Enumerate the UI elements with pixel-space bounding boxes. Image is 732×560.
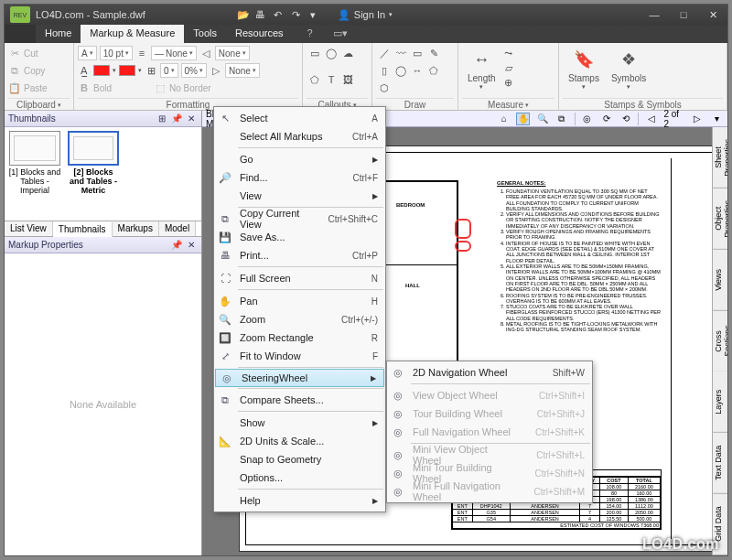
draw-poly2-icon[interactable]: ⬡ — [378, 82, 391, 95]
menu-item-snap-to-geometry[interactable]: Snap to Geometry — [214, 450, 385, 468]
sidetab-views[interactable]: Views — [712, 250, 727, 311]
thumbnail-1[interactable]: [1] Blocks and Tables - Imperial — [8, 131, 61, 217]
thumb-toggle-icon[interactable]: ⊞ — [156, 113, 168, 125]
tab-thumbnails[interactable]: Thumbnails — [53, 222, 113, 237]
menu-item-zoom[interactable]: 🔍ZoomCtrl+(+/-) — [214, 310, 385, 328]
sidetab-text-data[interactable]: Text Data — [712, 433, 727, 494]
sidetab-sheet-properties[interactable]: Sheet Properties — [712, 127, 727, 188]
callout-poly-icon[interactable]: ⬠ — [308, 73, 321, 86]
mp-pin-icon[interactable]: 📌 — [170, 239, 183, 252]
measure-count-icon[interactable]: ⊕ — [502, 76, 515, 89]
draw-ellipse-icon[interactable]: ◯ — [394, 64, 407, 77]
draw-shape-icon[interactable]: ⬠ — [427, 64, 440, 77]
tab-tools[interactable]: Tools — [184, 25, 226, 43]
font-family-dropdown[interactable]: A▾ — [78, 46, 97, 60]
tab-markups[interactable]: Markups — [113, 221, 159, 236]
menu-item-help[interactable]: Help▶ — [214, 491, 385, 510]
thumb-close-icon[interactable]: ✕ — [185, 113, 198, 125]
thumb-pin-icon[interactable]: 📌 — [170, 113, 183, 125]
menu-item-view[interactable]: View▶ — [214, 187, 385, 205]
menu-item-select[interactable]: ↖SelectA — [214, 109, 385, 127]
draw-dim-icon[interactable]: ↔ — [411, 64, 424, 77]
menu-item-compare-sheets-[interactable]: ⧉Compare Sheets... — [214, 391, 385, 409]
pan-tool-icon[interactable]: ✋ — [516, 113, 530, 125]
zoomrect-tool-icon[interactable]: ⧉ — [554, 113, 568, 125]
tab-home[interactable]: Home — [36, 25, 81, 43]
thumbnail-2[interactable]: [2] Blocks and Tables - Metric — [67, 131, 120, 217]
rotate-tool-icon[interactable]: ⟳ — [599, 113, 613, 125]
qat-redo-icon[interactable]: ↷ — [292, 9, 303, 20]
sidetab-object-properties[interactable]: Object Properties — [712, 188, 727, 250]
menu-item-2d-units-scale-[interactable]: 📐2D Units & Scale... — [214, 432, 385, 450]
stamps-button[interactable]: 🔖 Stamps▾ — [563, 45, 605, 98]
red-markup-2[interactable] — [455, 241, 471, 252]
start-arrow-dropdown[interactable]: None▾ — [215, 46, 250, 60]
length-button[interactable]: ↔ Length ▾ — [462, 45, 501, 92]
tab-listview[interactable]: List View — [5, 221, 53, 236]
prev-page-icon[interactable]: ◁ — [644, 113, 658, 125]
menu-item-zoom-rectangle[interactable]: 🔲Zoom RectangleR — [214, 328, 385, 347]
close-button[interactable]: ✕ — [698, 9, 727, 21]
thumbnails-list: [1] Blocks and Tables - Imperial [2] Blo… — [5, 127, 201, 221]
opacity-dropdown[interactable]: 0%▾ — [181, 63, 207, 78]
tab-markup-measure[interactable]: Markup & Measure — [81, 25, 184, 43]
tab-resources[interactable]: Resources — [226, 25, 293, 43]
menu-item-steeringwheel[interactable]: ◎SteeringWheel▶ — [215, 369, 384, 387]
measure-area-icon[interactable]: ▱ — [502, 61, 515, 74]
end-arrow-dropdown[interactable]: None▾ — [225, 63, 260, 78]
red-markup-1[interactable] — [455, 219, 471, 239]
context-menu[interactable]: ↖SelectASelect All MarkupsCtrl+AGo▶🔎Find… — [213, 106, 386, 512]
home-view-icon[interactable]: ⌂ — [497, 113, 511, 125]
menu-item-pan[interactable]: ✋PanH — [214, 292, 385, 310]
linestyle-dropdown[interactable]: — None▾ — [151, 46, 197, 60]
draw-free-icon[interactable]: ✎ — [427, 47, 440, 59]
tab-model[interactable]: Model — [159, 221, 196, 236]
symbols-button[interactable]: ❖ Symbols▾ — [606, 45, 651, 98]
menu-item-print-[interactable]: 🖶Print...Ctrl+P — [214, 246, 385, 264]
menu-item-fit-to-window[interactable]: ⤢Fit to WindowF — [214, 347, 385, 365]
callout-text-icon[interactable]: T — [325, 73, 338, 86]
font-size-dropdown[interactable]: 10 pt▾ — [100, 46, 133, 60]
help-icon[interactable]: ? — [302, 25, 318, 43]
menu-item-copy-current-view[interactable]: ⧉Copy Current ViewCtrl+Shift+C — [214, 210, 385, 228]
menu-item-select-all-markups[interactable]: Select All MarkupsCtrl+A — [214, 127, 385, 145]
minimize-button[interactable]: — — [640, 9, 669, 21]
ribbon-toggle-icon[interactable]: ▭▾ — [328, 25, 353, 43]
context-submenu-steeringwheel[interactable]: ◎2D Navigation WheelShift+W◎View Object … — [386, 361, 593, 503]
callout-image-icon[interactable]: 🖼 — [341, 73, 354, 86]
app-menu-button[interactable] — [5, 25, 36, 43]
qat-more-icon[interactable]: ▾ — [310, 9, 321, 20]
rotate2-tool-icon[interactable]: ⟲ — [619, 113, 632, 125]
menu-item-2d-navigation-wheel[interactable]: ◎2D Navigation WheelShift+W — [387, 363, 592, 382]
menu-item-options-[interactable]: Options... — [214, 468, 385, 487]
draw-highlight-icon[interactable]: ▯ — [378, 64, 391, 77]
draw-rect-icon[interactable]: ▭ — [411, 47, 424, 59]
page-more-icon[interactable]: ▾ — [710, 113, 724, 125]
callout-rect-icon[interactable]: ▭ — [308, 47, 321, 59]
text-color-icon[interactable]: A̲ — [78, 64, 91, 77]
sign-in-button[interactable]: 👤 Sign In ▾ — [338, 9, 393, 21]
menu-item-full-screen[interactable]: ⛶Full ScreenN — [214, 269, 385, 287]
weight-dropdown[interactable]: 0▾ — [160, 63, 178, 78]
sidetab-cross-sections[interactable]: Cross Sections — [712, 311, 727, 372]
measure-polyline-icon[interactable]: ⤳ — [502, 47, 515, 59]
next-page-icon[interactable]: ▷ — [691, 113, 705, 125]
draw-line-icon[interactable]: ／ — [378, 47, 391, 59]
mp-close-icon[interactable]: ✕ — [185, 239, 198, 252]
wheel-tool-icon[interactable]: ◎ — [580, 113, 594, 125]
callout-ellipse-icon[interactable]: ◯ — [325, 47, 338, 59]
menu-item-find-[interactable]: 🔎Find...Ctrl+F — [214, 168, 385, 187]
qat-plot-icon[interactable]: 🖶 — [255, 9, 266, 20]
fill-color-swatch[interactable] — [119, 65, 135, 76]
zoom-tool-icon[interactable]: 🔍 — [535, 113, 549, 125]
draw-polyline-icon[interactable]: 〰 — [394, 47, 407, 59]
menu-item-save-as-[interactable]: 💾Save As... — [214, 228, 385, 246]
qat-undo-icon[interactable]: ↶ — [274, 9, 285, 20]
line-color-swatch[interactable] — [93, 65, 110, 76]
menu-item-go[interactable]: Go▶ — [214, 150, 385, 168]
callout-cloud-icon[interactable]: ☁ — [341, 47, 354, 59]
sidetab-layers[interactable]: Layers — [712, 372, 727, 433]
qat-open-icon[interactable]: 📂 — [237, 9, 248, 20]
maximize-button[interactable]: □ — [669, 9, 698, 21]
menu-item-show[interactable]: Show▶ — [214, 414, 385, 432]
